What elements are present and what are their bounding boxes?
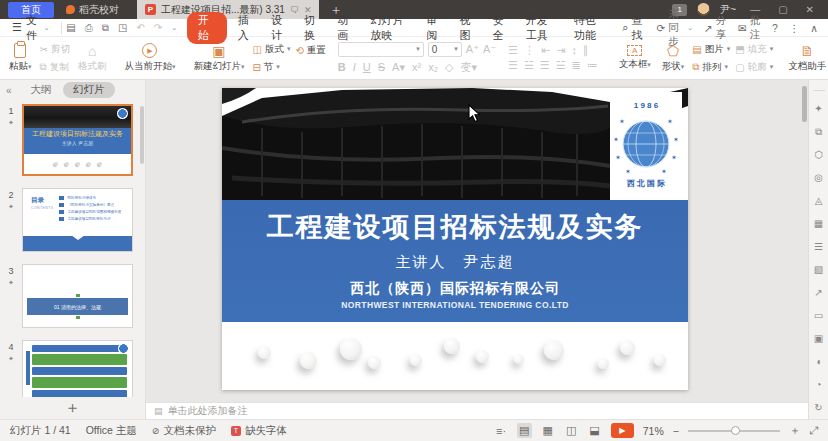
export-share-icon[interactable]: ↗	[814, 288, 822, 298]
properties-panel-icon[interactable]: ☰	[814, 242, 823, 252]
slide-thumbnail-4[interactable]	[22, 340, 133, 397]
paragraph-tools-row1[interactable]: ☰⋮⇤⇥↕∥	[508, 44, 604, 57]
slideshow-play-button[interactable]: ▶	[611, 423, 634, 438]
print-preview-icon[interactable]: ⧉	[102, 22, 109, 34]
outline-button[interactable]: ▢轮廓▾	[735, 61, 773, 74]
layout-grid-icon[interactable]: ▦	[814, 219, 823, 229]
slide-title[interactable]: 工程建设项目招标法规及实务	[222, 209, 688, 245]
copy-button[interactable]: ⧉复制	[40, 61, 70, 74]
help-icon[interactable]: ?	[772, 22, 778, 34]
comment-button[interactable]: ✉ 批注	[738, 14, 761, 42]
canvas-scrollbar[interactable]	[802, 86, 807, 122]
zoom-slider[interactable]	[688, 430, 780, 432]
slide-canvas[interactable]: 1 9 8 6 ✶✶ ✶✶ ✶✶ ✶✶	[146, 80, 808, 402]
audio-icon[interactable]: ◖	[815, 357, 821, 367]
file-menu[interactable]: ☰ 文件 ⌄	[6, 13, 56, 43]
svg-text:✶: ✶	[673, 136, 679, 143]
layout-button[interactable]: ◫版式▾	[252, 43, 290, 56]
more-text-button[interactable]: 变▾	[460, 60, 477, 75]
arrange-button[interactable]: ⧉排列▾	[692, 61, 730, 74]
theme-name[interactable]: Office 主题	[86, 424, 137, 438]
reading-view-icon[interactable]: ⬓	[587, 423, 601, 438]
reset-button[interactable]: ⟲重置	[295, 44, 325, 57]
normal-view-icon[interactable]: ▤	[517, 423, 531, 438]
italic-button[interactable]: I	[353, 61, 356, 73]
superscript-button[interactable]: x²	[412, 61, 421, 73]
decrease-font-icon[interactable]: A⁻	[483, 43, 496, 56]
panel-scrollbar[interactable]	[140, 106, 144, 164]
bold-button[interactable]: B	[338, 61, 346, 73]
title-band[interactable]: 工程建设项目招标法规及实务 主讲人 尹志超 西北（陕西）国际招标有限公司 NOR…	[222, 200, 688, 322]
subscript-button[interactable]: x₂	[428, 61, 438, 73]
slide-editor[interactable]: 1 9 8 6 ✶✶ ✶✶ ✶✶ ✶✶	[222, 88, 688, 390]
more-icon[interactable]: ⋮	[789, 22, 800, 34]
redo-icon[interactable]: ↷	[154, 22, 162, 33]
new-slide-button[interactable]: ▣ 新建幻灯片▾	[190, 44, 247, 73]
font-size-select[interactable]: 0▾	[428, 42, 462, 57]
sphere-decoration	[368, 356, 381, 369]
increase-font-icon[interactable]: A⁺	[466, 43, 479, 56]
strikethrough-button[interactable]: S	[378, 61, 385, 73]
preview-icon[interactable]: ◳	[118, 22, 127, 33]
tab-outline[interactable]: 大纲	[30, 83, 51, 97]
collapse-panel-icon[interactable]: «	[6, 85, 12, 96]
slide-speaker[interactable]: 主讲人 尹志超	[222, 253, 688, 272]
text-effect-button[interactable]: ◇	[445, 61, 453, 74]
clock-icon[interactable]: ◔	[815, 380, 821, 390]
smart-assistant-icon[interactable]: ✦	[814, 104, 822, 114]
paragraph-align-row2[interactable]: ☰☱☰☱≣≔	[508, 59, 604, 72]
docer-proof-tab[interactable]: 稻壳校对	[54, 3, 131, 17]
font-color-button[interactable]: A▾	[392, 61, 405, 74]
ppt-file-icon: P	[145, 4, 156, 15]
play-from-current-button[interactable]: ▶ 从当前开始▾	[121, 43, 178, 73]
two-page-view-icon[interactable]: ◫	[564, 423, 578, 438]
history-icon[interactable]: ↻	[814, 403, 822, 413]
zoom-level[interactable]: 71%	[643, 425, 664, 437]
image-library-icon[interactable]: ▧	[814, 265, 823, 275]
collapse-ribbon-icon[interactable]: ∧	[810, 22, 818, 34]
slide-company[interactable]: 西北（陕西）国际招标有限公司	[222, 280, 688, 298]
slide-thumbnail-1[interactable]: 工程建设项目招标法规及实务 主讲人 尹志超	[22, 104, 133, 176]
section-button[interactable]: ⊟节▾	[252, 61, 290, 74]
zoom-out-icon[interactable]: −	[673, 425, 679, 437]
slide-library-icon[interactable]: ⧉	[815, 127, 822, 137]
thumbnail-row-2: 2✦ 目录CONTENTS 招标投标法律体系 《招标投标法实施条例》要点	[0, 188, 139, 252]
shapes-library-icon[interactable]: ⬡	[814, 150, 823, 160]
format-painter-button[interactable]: ⌂ 格式刷	[75, 44, 110, 73]
print-icon[interactable]: ⎙	[85, 22, 93, 34]
slide-sorter-icon[interactable]: ▦	[541, 423, 555, 438]
save-icon[interactable]: ▤	[66, 22, 75, 33]
object-frame-icon[interactable]: ▭	[814, 311, 823, 321]
shapes-button[interactable]: ⬠ 形状▾	[659, 44, 688, 73]
find-menu[interactable]: ⌕ 查找	[613, 13, 656, 43]
quickbar-more-icon[interactable]: ⌄	[171, 24, 177, 32]
slide-thumbnail-2[interactable]: 目录CONTENTS 招标投标法律体系 《招标投标法实施条例》要点	[22, 188, 133, 252]
paste-button[interactable]: 粘贴▾	[6, 43, 35, 73]
color-scheme-icon[interactable]: ◬	[815, 196, 823, 206]
cut-button[interactable]: ✂剪切	[40, 43, 70, 56]
add-slide-button[interactable]: ＋	[0, 397, 145, 419]
missing-font-status[interactable]: T 缺失字体	[231, 424, 287, 438]
textbox-button[interactable]: A 文本框▾	[616, 45, 654, 71]
design-tools-icon[interactable]: ◎	[814, 173, 823, 183]
protection-status[interactable]: ⊘ 文档未保护	[152, 424, 216, 438]
zoom-slider-knob[interactable]	[731, 426, 740, 435]
slide-thumbnail-3[interactable]: 01 适用的法律、法规	[22, 264, 133, 328]
undo-icon[interactable]: ↶	[136, 22, 144, 33]
fit-screen-icon[interactable]: ⤢	[809, 424, 818, 437]
font-name-select[interactable]: ▾	[338, 42, 424, 57]
tab-slides[interactable]: 幻灯片	[63, 82, 115, 98]
zoom-in-icon[interactable]: ＋	[789, 423, 800, 438]
media-image-icon[interactable]: ▣	[814, 334, 823, 344]
company-logo[interactable]: 1 9 8 6 ✶✶ ✶✶ ✶✶ ✶✶	[610, 92, 682, 192]
sphere-decoration	[598, 358, 609, 369]
picture-button[interactable]: ▤图片▾	[692, 43, 730, 56]
menubar: ☰ 文件 ⌄ ▤ ⎙ ⧉ ◳ ↶ ↷ ⌄ 开始 插入设计切换动画幻灯片放映审阅视…	[0, 19, 828, 37]
fill-button[interactable]: ⬒填充▾	[735, 43, 773, 56]
underline-button[interactable]: U	[363, 61, 371, 73]
share-button[interactable]: ↗ 分享	[704, 14, 727, 42]
notes-bar[interactable]: ▤ 单击此处添加备注	[146, 402, 808, 419]
notes-toggle-icon[interactable]: ≡·	[494, 424, 508, 438]
slide-company-en[interactable]: NORTHWEST INTERNATIONAL TENDERING CO.LTD	[222, 300, 688, 310]
doc-assistant-button[interactable]: 🗎 文档助手	[785, 44, 828, 73]
